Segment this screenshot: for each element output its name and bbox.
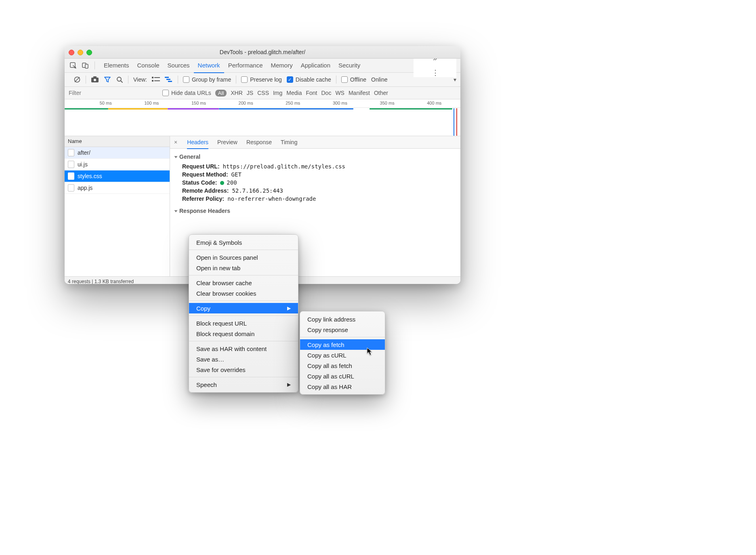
filter-type-media[interactable]: Media bbox=[286, 90, 302, 96]
menu-item[interactable]: Save for overrides bbox=[189, 364, 298, 375]
request-name: ui.js bbox=[78, 161, 88, 168]
menu-item[interactable]: Copy▶ bbox=[189, 303, 298, 313]
detail-tab-timing[interactable]: Timing bbox=[281, 139, 298, 145]
menu-item-label: Clear browser cookies bbox=[196, 290, 256, 297]
svg-rect-14 bbox=[165, 77, 169, 78]
window-zoom-button[interactable] bbox=[86, 50, 92, 55]
timeline-tick: 50 ms bbox=[100, 101, 112, 105]
detail-tab-response[interactable]: Response bbox=[246, 139, 272, 145]
timeline-tick: 250 ms bbox=[286, 101, 300, 105]
inspect-icon[interactable] bbox=[69, 61, 78, 70]
timeline-tick: 150 ms bbox=[191, 101, 206, 105]
filter-toggle-icon[interactable] bbox=[104, 76, 111, 83]
filter-all-pill[interactable]: All bbox=[215, 90, 227, 97]
detail-tab-preview[interactable]: Preview bbox=[217, 139, 237, 145]
copy-submenu[interactable]: Copy link addressCopy responseCopy as fe… bbox=[300, 311, 385, 395]
device-toggle-icon[interactable] bbox=[81, 61, 90, 70]
view-large-icon[interactable] bbox=[152, 76, 160, 83]
menu-item-label: Save for overrides bbox=[196, 366, 246, 373]
menu-item[interactable]: Copy as cURL bbox=[300, 350, 385, 360]
filter-type-img[interactable]: Img bbox=[273, 90, 282, 96]
hide-data-urls-checkbox[interactable]: Hide data URLs bbox=[162, 90, 211, 96]
menu-item[interactable]: Copy as fetch bbox=[300, 339, 385, 350]
menu-item[interactable]: Save as HAR with content bbox=[189, 343, 298, 354]
group-by-frame-checkbox[interactable]: Group by frame bbox=[183, 76, 231, 83]
window-minimize-button[interactable] bbox=[78, 50, 83, 55]
tab-console[interactable]: Console bbox=[133, 59, 164, 72]
menu-item[interactable]: Copy all as HAR bbox=[300, 381, 385, 392]
window-title: DevTools - preload.glitch.me/after/ bbox=[65, 49, 460, 55]
request-row[interactable]: after/ bbox=[65, 147, 170, 159]
menu-item[interactable]: Copy response bbox=[300, 324, 385, 335]
disable-cache-checkbox[interactable]: ✓Disable cache bbox=[287, 76, 331, 83]
filter-type-css[interactable]: CSS bbox=[257, 90, 269, 96]
clear-icon[interactable] bbox=[74, 76, 81, 83]
menu-item-label: Open in Sources panel bbox=[196, 254, 258, 261]
timeline-tick: 400 ms bbox=[427, 101, 441, 105]
headers-body: General Request URL:https://preload.glit… bbox=[170, 149, 460, 221]
tab-sources[interactable]: Sources bbox=[164, 59, 194, 72]
preserve-log-checkbox[interactable]: Preserve log bbox=[241, 76, 282, 83]
window-close-button[interactable] bbox=[69, 50, 74, 55]
menu-item[interactable]: Block request URL bbox=[189, 318, 298, 328]
filter-type-xhr[interactable]: XHR bbox=[231, 90, 243, 96]
menu-item[interactable]: Emoji & Symbols bbox=[189, 237, 298, 248]
kebab-menu-icon[interactable]: ⋮ bbox=[432, 68, 438, 77]
svg-rect-7 bbox=[93, 76, 97, 78]
throttling-chevron-icon[interactable]: ▾ bbox=[454, 76, 456, 83]
view-waterfall-icon[interactable] bbox=[165, 76, 173, 83]
menu-item[interactable]: Copy all as fetch bbox=[300, 360, 385, 371]
menu-item[interactable]: Clear browser cookies bbox=[189, 288, 298, 299]
throttling-select[interactable]: Online bbox=[371, 76, 387, 83]
filter-type-js[interactable]: JS bbox=[247, 90, 253, 96]
remote-address-label: Remote Address: bbox=[182, 187, 229, 194]
request-context-menu[interactable]: Emoji & SymbolsOpen in Sources panelOpen… bbox=[189, 234, 298, 393]
close-details-icon[interactable]: × bbox=[174, 139, 177, 145]
tab-performance[interactable]: Performance bbox=[224, 59, 267, 72]
menu-item[interactable]: Open in Sources panel bbox=[189, 252, 298, 263]
menu-item-label: Copy response bbox=[307, 326, 348, 333]
offline-checkbox[interactable]: Offline bbox=[341, 76, 366, 83]
tab-application[interactable]: Application bbox=[297, 59, 334, 72]
tab-elements[interactable]: Elements bbox=[100, 59, 133, 72]
search-icon[interactable] bbox=[116, 76, 123, 83]
request-row[interactable]: styles.css bbox=[65, 170, 170, 182]
status-summary: 4 requests | 1.3 KB transferred bbox=[68, 279, 134, 284]
screenshots-icon[interactable] bbox=[91, 76, 99, 83]
request-method-label: Request Method: bbox=[182, 171, 228, 178]
request-list-panel: Name after/ui.jsstyles.cssapp.js bbox=[65, 136, 170, 276]
request-row[interactable]: ui.js bbox=[65, 159, 170, 170]
menu-item-label: Block request URL bbox=[196, 320, 247, 327]
timeline-bar bbox=[370, 108, 453, 109]
tab-network[interactable]: Network bbox=[194, 59, 224, 73]
menu-item[interactable]: Copy all as cURL bbox=[300, 371, 385, 381]
svg-rect-11 bbox=[154, 77, 160, 78]
network-timeline-overview[interactable]: 50 ms100 ms150 ms200 ms250 ms300 ms350 m… bbox=[65, 99, 460, 136]
timeline-bar bbox=[65, 108, 108, 109]
disable-cache-label: Disable cache bbox=[296, 76, 331, 83]
request-row[interactable]: app.js bbox=[65, 182, 170, 194]
status-dot-icon bbox=[220, 181, 224, 185]
menu-item[interactable]: Copy link address bbox=[300, 314, 385, 324]
tab-memory[interactable]: Memory bbox=[267, 59, 297, 72]
detail-tabs: × HeadersPreviewResponseTiming bbox=[170, 136, 460, 149]
status-code-value: 200 bbox=[227, 179, 237, 186]
filter-type-doc[interactable]: Doc bbox=[321, 90, 331, 96]
menu-item[interactable]: Block request domain bbox=[189, 328, 298, 339]
filter-type-ws[interactable]: WS bbox=[335, 90, 344, 96]
menu-item[interactable]: Open in new tab bbox=[189, 263, 298, 273]
filter-type-other[interactable]: Other bbox=[374, 90, 388, 96]
filter-input[interactable] bbox=[68, 88, 158, 98]
menu-item[interactable]: Save as… bbox=[189, 354, 298, 364]
network-filter-bar: Hide data URLs All XHRJSCSSImgMediaFontD… bbox=[65, 87, 460, 99]
window-controls bbox=[69, 50, 92, 55]
request-url-label: Request URL: bbox=[182, 163, 220, 170]
filter-type-manifest[interactable]: Manifest bbox=[349, 90, 370, 96]
menu-item[interactable]: Clear browser cache bbox=[189, 278, 298, 288]
filter-type-font[interactable]: Font bbox=[306, 90, 317, 96]
tab-security[interactable]: Security bbox=[334, 59, 364, 72]
detail-tab-headers[interactable]: Headers bbox=[187, 136, 208, 149]
menu-item-label: Save as HAR with content bbox=[196, 345, 267, 352]
menu-item[interactable]: Speech▶ bbox=[189, 379, 298, 390]
svg-rect-16 bbox=[168, 81, 172, 82]
